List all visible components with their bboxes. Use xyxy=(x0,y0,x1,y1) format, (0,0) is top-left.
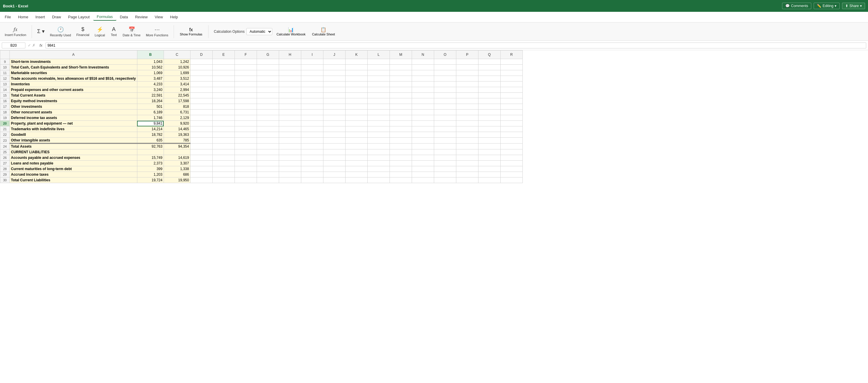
cell-p-18[interactable] xyxy=(456,109,478,115)
col-header-b[interactable]: B xyxy=(137,51,164,59)
cell-j-17[interactable] xyxy=(323,104,345,109)
cell-c-30[interactable]: 19,950 xyxy=(164,178,190,183)
cell-p-15[interactable] xyxy=(456,93,478,98)
cell-f-12[interactable] xyxy=(235,76,257,82)
cell-f-14[interactable] xyxy=(235,87,257,93)
cell-e-22[interactable] xyxy=(212,132,235,138)
cell-q-28[interactable] xyxy=(478,166,500,172)
menu-view[interactable]: View xyxy=(151,13,166,20)
cell-k-29[interactable] xyxy=(345,172,367,178)
cell-e-16[interactable] xyxy=(212,98,235,104)
cell-l-13[interactable] xyxy=(367,82,390,87)
cell-a-21[interactable]: Trademarks with indefinite lives xyxy=(10,126,137,132)
cell-q-17[interactable] xyxy=(478,104,500,109)
cell-m-19[interactable] xyxy=(390,115,412,121)
cell-i-13[interactable] xyxy=(301,82,323,87)
cell-d-12[interactable] xyxy=(190,76,212,82)
cell-j-9[interactable] xyxy=(323,59,345,65)
cell-l-19[interactable] xyxy=(367,115,390,121)
cell-r-10[interactable] xyxy=(500,65,523,70)
cell-c-20[interactable]: 9,920 xyxy=(164,121,190,126)
cell-c-15[interactable]: 22,545 xyxy=(164,93,190,98)
cell-j-21[interactable] xyxy=(323,126,345,132)
cell-c-26[interactable]: 14,619 xyxy=(164,155,190,161)
cell-n-13[interactable] xyxy=(412,82,434,87)
col-header-q[interactable]: Q xyxy=(478,51,500,59)
cell-b-17[interactable]: 501 xyxy=(137,104,164,109)
cell-e-11[interactable] xyxy=(212,70,235,76)
cell-j-23[interactable] xyxy=(323,138,345,143)
cell-i-19[interactable] xyxy=(301,115,323,121)
menu-file[interactable]: File xyxy=(1,13,14,20)
cell-h-23[interactable] xyxy=(279,138,301,143)
cell-b-30[interactable]: 19,724 xyxy=(137,178,164,183)
cell-q-30[interactable] xyxy=(478,178,500,183)
cell-k-9[interactable] xyxy=(345,59,367,65)
cell-q-26[interactable] xyxy=(478,155,500,161)
col-header-o[interactable]: O xyxy=(434,51,456,59)
cell-p-25[interactable] xyxy=(456,150,478,155)
cell-a-9[interactable]: Short-term investments xyxy=(10,59,137,65)
cell-o-21[interactable] xyxy=(434,126,456,132)
cell-j-24[interactable] xyxy=(323,143,345,150)
cell-b-27[interactable]: 2,373 xyxy=(137,161,164,166)
cell-n-9[interactable] xyxy=(412,59,434,65)
cell-q-27[interactable] xyxy=(478,161,500,166)
col-header-g[interactable]: G xyxy=(257,51,279,59)
col-header-i[interactable]: I xyxy=(301,51,323,59)
cell-g-14[interactable] xyxy=(257,87,279,93)
cell-h-13[interactable] xyxy=(279,82,301,87)
cell-e-25[interactable] xyxy=(212,150,235,155)
cell-d-16[interactable] xyxy=(190,98,212,104)
cell-m-22[interactable] xyxy=(390,132,412,138)
cell-q-14[interactable] xyxy=(478,87,500,93)
cell-b-20[interactable]: 9,841 xyxy=(137,121,164,126)
cell-f-23[interactable] xyxy=(235,138,257,143)
calculate-workbook-button[interactable]: 📊 Calculate Workbook xyxy=(274,26,308,37)
cell-r-11[interactable] xyxy=(500,70,523,76)
cell-q-15[interactable] xyxy=(478,93,500,98)
cell-f-17[interactable] xyxy=(235,104,257,109)
cell-c-9[interactable]: 1,242 xyxy=(164,59,190,65)
cell-c-23[interactable]: 785 xyxy=(164,138,190,143)
cell-e-26[interactable] xyxy=(212,155,235,161)
cell-a-20[interactable]: Property, plant and equipment — net xyxy=(10,121,137,126)
cell-b-14[interactable]: 3,240 xyxy=(137,87,164,93)
editing-button[interactable]: ✏️ Editing ▾ xyxy=(814,3,840,9)
cell-p-9[interactable] xyxy=(456,59,478,65)
cell-i-28[interactable] xyxy=(301,166,323,172)
cell-q-13[interactable] xyxy=(478,82,500,87)
cell-a-26[interactable]: Accounts payable and accrued expenses xyxy=(10,155,137,161)
cell-f-15[interactable] xyxy=(235,93,257,98)
cell-a-10[interactable]: Total Cash, Cash Equivalents and Short-T… xyxy=(10,65,137,70)
cell-o-12[interactable] xyxy=(434,76,456,82)
cell-f-11[interactable] xyxy=(235,70,257,76)
cell-l-12[interactable] xyxy=(367,76,390,82)
cell-k-25[interactable] xyxy=(345,150,367,155)
cell-f-30[interactable] xyxy=(235,178,257,183)
cell-l-18[interactable] xyxy=(367,109,390,115)
cell-e-29[interactable] xyxy=(212,172,235,178)
cell-d-19[interactable] xyxy=(190,115,212,121)
autosum-button[interactable]: Σ ▾ xyxy=(35,27,47,36)
show-formulas-button[interactable]: fx Show Formulas xyxy=(177,26,205,37)
cell-i-15[interactable] xyxy=(301,93,323,98)
cell-o-9[interactable] xyxy=(434,59,456,65)
cell-b-10[interactable]: 10,562 xyxy=(137,65,164,70)
cell-a-27[interactable]: Loans and notes payable xyxy=(10,161,137,166)
cell-j-25[interactable] xyxy=(323,150,345,155)
cell-p-20[interactable] xyxy=(456,121,478,126)
cell-n-27[interactable] xyxy=(412,161,434,166)
cell-p-27[interactable] xyxy=(456,161,478,166)
cell-r-22[interactable] xyxy=(500,132,523,138)
date-time-button[interactable]: 📅 Date & Time xyxy=(120,25,143,38)
cell-e-23[interactable] xyxy=(212,138,235,143)
cell-c-10[interactable]: 10,926 xyxy=(164,65,190,70)
cell-m-24[interactable] xyxy=(390,143,412,150)
cell-r-21[interactable] xyxy=(500,126,523,132)
cell-c-27[interactable]: 3,307 xyxy=(164,161,190,166)
grid-container[interactable]: A B C D E F G H I J K L M N O P Q R 9Sho… xyxy=(0,50,868,374)
cell-j-18[interactable] xyxy=(323,109,345,115)
cell-e-15[interactable] xyxy=(212,93,235,98)
cell-i-11[interactable] xyxy=(301,70,323,76)
